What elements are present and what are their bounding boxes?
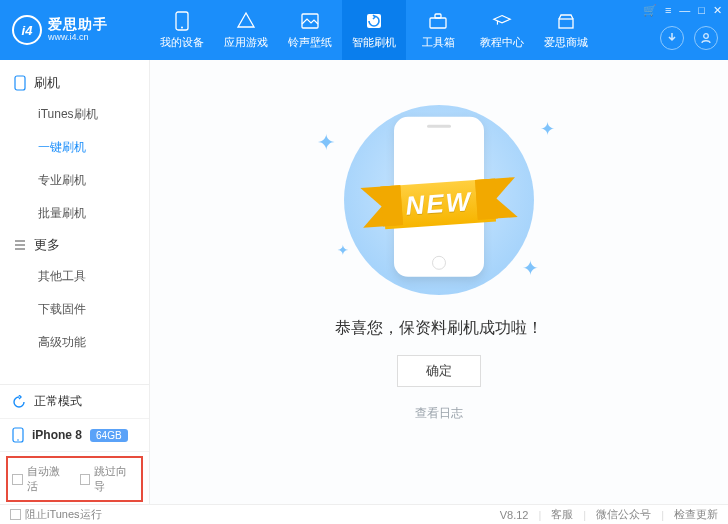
minimize-button[interactable]: —: [679, 4, 690, 17]
svg-point-7: [704, 34, 709, 39]
storage-badge: 64GB: [90, 429, 128, 442]
sidebar-item-pro-flash[interactable]: 专业刷机: [0, 164, 149, 197]
nav-flash[interactable]: 智能刷机: [342, 0, 406, 60]
sidebar-group-more: 更多: [0, 230, 149, 260]
menu-icon[interactable]: ≡: [665, 4, 671, 17]
refresh-icon: [12, 395, 26, 409]
cart-icon[interactable]: 🛒: [643, 4, 657, 17]
sidebar-item-itunes-flash[interactable]: iTunes刷机: [0, 98, 149, 131]
phone-icon: [172, 11, 192, 31]
sidebar-group-flash: 刷机: [0, 68, 149, 98]
device-mode[interactable]: 正常模式: [0, 385, 149, 419]
svg-point-1: [181, 26, 183, 28]
nav-ringtone[interactable]: 铃声壁纸: [278, 0, 342, 60]
svg-rect-6: [559, 19, 573, 28]
sparkle-icon: ✦: [522, 256, 539, 280]
status-bar: 阻止iTunes运行 V8.12 | 客服 | 微信公众号 | 检查更新: [0, 504, 728, 524]
toolbox-icon: [428, 11, 448, 31]
svg-rect-8: [15, 76, 25, 90]
nav-toolbox[interactable]: 工具箱: [406, 0, 470, 60]
phone-icon: [12, 427, 24, 443]
shop-icon: [556, 11, 576, 31]
svg-point-10: [17, 439, 19, 441]
nav-mall[interactable]: 爱思商城: [534, 0, 598, 60]
svg-rect-5: [435, 14, 441, 18]
wechat-link[interactable]: 微信公众号: [596, 507, 651, 522]
check-update-link[interactable]: 检查更新: [674, 507, 718, 522]
flash-icon: [364, 11, 384, 31]
main-panel: ✦ ✦ ✦ ✦ NEW 恭喜您，保资料刷机成功啦！ 确定 查看日志: [150, 60, 728, 504]
nav-device[interactable]: 我的设备: [150, 0, 214, 60]
phone-outline-icon: [14, 75, 26, 91]
app-header: i4 爱思助手 www.i4.cn 我的设备 应用游戏 铃声壁纸 智能刷机 工具…: [0, 0, 728, 60]
tutorial-icon: [492, 11, 512, 31]
view-log-link[interactable]: 查看日志: [415, 405, 463, 422]
sidebar-item-advanced[interactable]: 高级功能: [0, 326, 149, 359]
sidebar-item-other-tools[interactable]: 其他工具: [0, 260, 149, 293]
version-label: V8.12: [500, 509, 529, 521]
window-controls: 🛒 ≡ — □ ✕: [643, 4, 722, 17]
checkbox-block-itunes[interactable]: 阻止iTunes运行: [10, 507, 102, 522]
sparkle-icon: ✦: [317, 130, 335, 156]
success-illustration: ✦ ✦ ✦ ✦ NEW: [309, 100, 569, 300]
ok-button[interactable]: 确定: [397, 355, 481, 387]
download-button[interactable]: [660, 26, 684, 50]
list-icon: [14, 239, 26, 251]
sidebar-item-onekey-flash[interactable]: 一键刷机: [0, 131, 149, 164]
brand-name: 爱思助手: [48, 17, 108, 32]
close-button[interactable]: ✕: [713, 4, 722, 17]
top-nav: 我的设备 应用游戏 铃声壁纸 智能刷机 工具箱 教程中心 爱思商城: [150, 0, 598, 60]
svg-rect-4: [430, 18, 446, 28]
flash-options-highlight: 自动激活 跳过向导: [6, 456, 143, 502]
apps-icon: [236, 11, 256, 31]
maximize-button[interactable]: □: [698, 4, 705, 17]
support-link[interactable]: 客服: [551, 507, 573, 522]
success-message: 恭喜您，保资料刷机成功啦！: [335, 318, 543, 339]
user-button[interactable]: [694, 26, 718, 50]
brand-logo: i4 爱思助手 www.i4.cn: [0, 15, 150, 45]
checkbox-skip-wizard[interactable]: 跳过向导: [80, 464, 138, 494]
logo-icon: i4: [12, 15, 42, 45]
sparkle-icon: ✦: [337, 242, 349, 258]
header-right: [660, 26, 718, 50]
nav-tutorial[interactable]: 教程中心: [470, 0, 534, 60]
device-info[interactable]: iPhone 8 64GB: [0, 419, 149, 452]
sparkle-icon: ✦: [540, 118, 555, 140]
sidebar: 刷机 iTunes刷机 一键刷机 专业刷机 批量刷机 更多 其他工具 下载固件 …: [0, 60, 150, 504]
checkbox-auto-activate[interactable]: 自动激活: [12, 464, 70, 494]
brand-domain: www.i4.cn: [48, 33, 108, 43]
wallpaper-icon: [300, 11, 320, 31]
nav-apps[interactable]: 应用游戏: [214, 0, 278, 60]
device-name: iPhone 8: [32, 428, 82, 442]
sidebar-item-download-firmware[interactable]: 下载固件: [0, 293, 149, 326]
sidebar-item-batch-flash[interactable]: 批量刷机: [0, 197, 149, 230]
new-ribbon: NEW: [382, 179, 495, 230]
